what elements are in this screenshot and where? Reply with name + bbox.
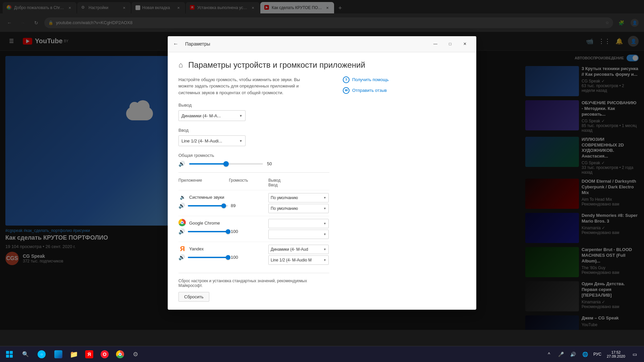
app-col-app: Приложение	[178, 178, 202, 187]
tray-clock[interactable]: 17:52 27.09.2020	[604, 350, 628, 358]
tray-mic-icon[interactable]: 🎤	[556, 349, 567, 360]
taskbar-app-settings[interactable]: ⚙	[128, 347, 143, 362]
output-section: Вывод Динамики (4- М-А... ▼	[178, 103, 329, 121]
app-chrome-name-row: Google Chrome	[178, 219, 266, 227]
app-system-output-text: По умолчанию	[271, 195, 321, 200]
system-sounds-icon: 🔉	[178, 193, 186, 201]
settings-right-panel: ? Получить помощь ✉ Отправить отзыв	[343, 76, 410, 302]
app-yandex-speaker-icon: 🔊	[178, 254, 185, 260]
app-chrome-vol-row: 🔊 100	[178, 228, 266, 235]
app-yandex-name: Yandex	[189, 246, 204, 251]
tray-date: 27.09.2020	[607, 354, 625, 358]
app-yandex-slider-fill	[188, 257, 228, 258]
get-help-text[interactable]: Получить помощь	[352, 77, 389, 82]
app-system-input-select[interactable]: По умолчанию ▼	[268, 204, 329, 213]
send-feedback-link[interactable]: ✉ Отправить отзыв	[343, 87, 410, 94]
chrome-taskbar-icon	[116, 350, 124, 358]
cortana-button[interactable]: ○	[34, 346, 50, 362]
send-feedback-text[interactable]: Отправить отзыв	[352, 88, 387, 93]
app-col-volume: Громкость	[229, 178, 248, 187]
dialog-title: Параметры	[184, 41, 428, 47]
app-chrome-speaker-icon: 🔊	[178, 228, 185, 235]
app-row-yandex: Я Yandex 🔊	[178, 242, 329, 267]
app-system-speaker-icon: 🔊	[178, 202, 185, 209]
app-chrome-slider[interactable]	[188, 231, 228, 232]
tray-show-desktop[interactable]: ▭	[629, 349, 640, 360]
app-chrome-selects: ▼ ▼	[268, 219, 329, 239]
input-device-select[interactable]: Line 1/2 (4- М-Audi... ▼	[178, 135, 246, 146]
get-help-link[interactable]: ? Получить помощь	[343, 76, 410, 83]
page-title: Параметры устройств и громкости приложен…	[188, 60, 365, 70]
app-system-name: Системные звуки	[189, 195, 224, 200]
app-system-input-arrow: ▼	[323, 207, 326, 210]
opera-icon: O	[101, 350, 109, 358]
app-chrome-info: Google Chrome 🔊	[178, 219, 266, 235]
output-device-arrow: ▼	[239, 114, 243, 118]
volume-slider[interactable]	[189, 163, 263, 165]
app-yandex-slider[interactable]	[188, 257, 228, 258]
app-table-header: Приложение Громкость Вывод Ввод	[178, 178, 329, 190]
app-yandex-name-row: Я Yandex	[178, 245, 266, 253]
start-button[interactable]	[1, 346, 17, 362]
taskbar-app-chrome[interactable]	[113, 347, 127, 362]
yandex-icon: Я	[178, 245, 186, 253]
output-device-select[interactable]: Динамики (4- М-А... ▼	[178, 110, 246, 121]
app-row-system: 🔉 Системные звуки 🔊	[178, 190, 329, 216]
app-output-col: Вывод Ввод	[268, 178, 298, 187]
taskbar-app-explorer[interactable]: 📁	[66, 347, 81, 362]
dialog-overlay: ← Параметры — □ ✕ ⌂ Параметры устройств …	[0, 0, 644, 346]
app-chrome-input-arrow: ▼	[323, 233, 326, 236]
tray-language: РУС	[592, 352, 603, 357]
volume-slider-thumb[interactable]	[223, 161, 229, 167]
dialog-back-button[interactable]: ←	[168, 36, 184, 52]
tray-network-icon[interactable]: 🌐	[580, 349, 591, 360]
app-yandex-output-arrow: ▼	[323, 248, 326, 251]
app-system-selects: По умолчанию ▼ По умолчанию ▼	[268, 193, 329, 213]
edge-icon	[54, 350, 62, 358]
app-yandex-slider-thumb[interactable]	[226, 255, 230, 260]
settings-main-row: Настройте общую громкость, чтобы изменит…	[178, 76, 466, 302]
app-col-output: Вывод	[268, 178, 298, 183]
search-button[interactable]: 🔍	[17, 346, 34, 362]
app-yandex-info: Я Yandex 🔊	[178, 245, 266, 260]
dialog-maximize-button[interactable]: □	[443, 39, 458, 49]
chrome-icon	[178, 219, 186, 227]
tray-speaker-icon[interactable]: 🔊	[568, 349, 579, 360]
section-divider	[178, 172, 329, 173]
app-chrome-volume: 100	[231, 229, 241, 234]
app-chrome-output-select[interactable]: ▼	[268, 219, 329, 228]
app-system-slider[interactable]	[188, 205, 228, 206]
input-label: Ввод	[178, 128, 329, 133]
reset-button[interactable]: Сбросить	[178, 292, 209, 302]
output-label: Вывод	[178, 103, 329, 108]
app-system-output-select[interactable]: По умолчанию ▼	[268, 193, 329, 202]
dialog-minimize-button[interactable]: —	[428, 39, 443, 49]
tray-chevron[interactable]: ^	[544, 349, 554, 360]
dialog-close-button[interactable]: ✕	[458, 39, 472, 49]
app-volume-table: Приложение Громкость Вывод Ввод	[178, 178, 329, 267]
app-col-headers: Приложение Громкость	[178, 178, 266, 187]
taskbar-app-opera[interactable]: O	[97, 347, 112, 362]
app-yandex-input-text: Line 1/2 (4- M-Audio M	[271, 258, 321, 262]
app-yandex-input-select[interactable]: Line 1/2 (4- M-Audio M ▼	[268, 255, 329, 265]
app-chrome-output-arrow: ▼	[323, 222, 326, 225]
volume-label: Общая громкость	[178, 153, 329, 158]
search-icon: 🔍	[21, 350, 30, 358]
app-system-slider-fill	[188, 205, 224, 206]
app-yandex-output-select[interactable]: Динамики (4- M-Aud ▼	[268, 245, 329, 254]
taskbar-app-edge[interactable]	[51, 347, 66, 362]
speaker-icon: 🔊	[178, 161, 185, 167]
taskbar-tray: ^ 🎤 🔊 🌐 РУС 17:52 27.09.2020 ▭	[541, 349, 643, 360]
app-system-input-text: По умолчанию	[271, 206, 321, 211]
app-yandex-selects: Динамики (4- M-Aud ▼ Line 1/2 (4- M-Audi…	[268, 245, 329, 265]
cortana-icon: ○	[38, 350, 46, 358]
help-links: ? Получить помощь ✉ Отправить отзыв	[343, 76, 410, 94]
taskbar-app-yandex[interactable]: Я	[82, 347, 97, 362]
app-system-slider-thumb[interactable]	[221, 203, 226, 208]
app-col-input: Ввод	[268, 183, 298, 187]
taskbar: 🔍 ○ 📁 Я O ⚙ ^ 🎤 🔊 🌐 РУС 17:5	[0, 346, 644, 362]
input-section: Ввод Line 1/2 (4- М-Audi... ▼	[178, 128, 329, 146]
app-system-name-row: 🔉 Системные звуки	[178, 193, 266, 201]
app-chrome-slider-thumb[interactable]	[226, 229, 230, 234]
app-chrome-input-select[interactable]: ▼	[268, 230, 329, 239]
